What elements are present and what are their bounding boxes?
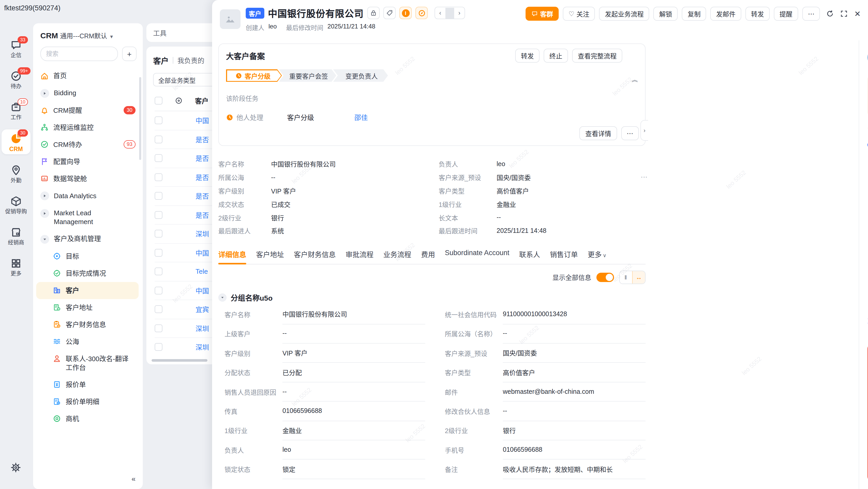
tab-more[interactable]: 更多∨: [588, 249, 607, 259]
sidebar-header[interactable]: CRM 通用---CRM默认 ▼: [33, 31, 143, 40]
flow-more-button[interactable]: ⋯: [621, 126, 639, 140]
group-field-value[interactable]: 已分配: [282, 363, 425, 383]
rail-item-qixin[interactable]: 企信 33: [2, 36, 31, 60]
group-field-value[interactable]: 国央/国资委: [503, 343, 646, 363]
group-field-value[interactable]: 中国银行股份有限公司: [282, 305, 425, 325]
sidebar-item-goal-status[interactable]: 目标完成情况: [36, 265, 138, 282]
tab-address[interactable]: 客户地址: [256, 249, 284, 259]
more-actions-button[interactable]: ⋯: [802, 7, 820, 21]
row-checkbox[interactable]: [155, 343, 162, 351]
sidebar-item-contacts[interactable]: 联系人-300改名-翻译工作台: [36, 350, 138, 376]
group-field-value[interactable]: leo: [282, 440, 425, 460]
flow-terminate-button[interactable]: 终止: [544, 49, 568, 63]
sidebar-item-customer-address[interactable]: 客户地址: [36, 299, 138, 316]
row-checkbox[interactable]: [155, 211, 162, 219]
rail-item-more[interactable]: 更多: [2, 254, 31, 278]
stage[interactable]: 重要客户会签: [279, 69, 336, 82]
sidebar-item-config-wizard[interactable]: 配置向导: [36, 153, 138, 170]
sidebar-item-crm-todo[interactable]: CRM待办93: [36, 136, 138, 153]
group-field-value[interactable]: 01066596688: [503, 440, 646, 460]
sidebar-item-customer-mgmt[interactable]: 客户及商机管理: [36, 230, 138, 248]
group-field-value[interactable]: VIP 客户: [282, 343, 425, 363]
prev-record-button[interactable]: ‹: [435, 9, 445, 17]
customer-link[interactable]: 是否: [195, 210, 209, 220]
settings-gear-icon[interactable]: [10, 462, 21, 473]
tab-sales-order[interactable]: 销售订单: [550, 249, 578, 259]
sidebar-item-quotation-detail[interactable]: 报价单明细: [36, 393, 138, 410]
group-field-value[interactable]: 锁定: [282, 459, 425, 479]
send-email-button[interactable]: 发邮件: [711, 7, 741, 21]
customer-link[interactable]: 深圳: [195, 229, 209, 239]
customer-link[interactable]: 中国: [195, 116, 209, 125]
group-field-value[interactable]: 银行: [503, 421, 646, 440]
row-checkbox[interactable]: [155, 249, 162, 257]
group-field-value[interactable]: --: [282, 324, 425, 344]
customer-link[interactable]: 是否: [195, 134, 209, 144]
tab-bpm[interactable]: 业务流程: [383, 249, 411, 259]
add-button[interactable]: +: [122, 47, 136, 61]
customer-link[interactable]: Tele: [195, 268, 208, 276]
next-record-button[interactable]: ›: [454, 9, 465, 17]
customer-link[interactable]: 是否: [195, 172, 209, 182]
remind-button[interactable]: 提醒: [774, 7, 798, 21]
tab-subordinate[interactable]: Subordinate Account: [445, 249, 509, 259]
group-field-value[interactable]: --: [503, 401, 646, 421]
select-all-checkbox[interactable]: [155, 97, 162, 104]
sidebar-item-opportunity[interactable]: 商机: [36, 410, 138, 427]
sidebar-item-home[interactable]: 首页: [36, 67, 138, 84]
sidebar-item-crm-remind[interactable]: CRM提醒30: [36, 102, 138, 119]
row-checkbox[interactable]: [155, 192, 162, 200]
forward-button[interactable]: 转发: [745, 7, 770, 21]
sidebar-item-bidding[interactable]: Bidding: [36, 84, 138, 102]
customer-link[interactable]: 深圳: [195, 342, 209, 352]
group-field-value[interactable]: 高价值客户: [503, 363, 646, 383]
tab-expense[interactable]: 费用: [421, 249, 435, 259]
expand-layout-button[interactable]: ↔: [632, 271, 645, 283]
sidebar-item-flow-monitor[interactable]: 流程运维监控: [36, 119, 138, 136]
view-detail-button[interactable]: 查看详情: [580, 126, 617, 140]
tab-detail-info[interactable]: 详细信息: [218, 249, 246, 259]
sidebar-item-public-pool[interactable]: 公海: [36, 333, 138, 350]
rail-item-promo[interactable]: 促销导购: [2, 192, 31, 216]
customer-group-button[interactable]: 客群: [526, 7, 559, 21]
tab-finance[interactable]: 客户财务信息: [294, 249, 336, 259]
tab-approval[interactable]: 审批流程: [345, 249, 373, 259]
row-checkbox[interactable]: [155, 117, 162, 124]
customer-link[interactable]: 宜宾: [195, 305, 209, 314]
list-scope[interactable]: 我负责的: [178, 55, 204, 65]
show-all-toggle[interactable]: [596, 273, 614, 282]
panel-drag-handle[interactable]: ⋮: [643, 174, 646, 181]
customer-link[interactable]: 中国: [195, 248, 209, 258]
sidebar-item-customer-finance[interactable]: 客户财务信息: [36, 316, 138, 333]
start-bpm-button[interactable]: 发起业务流程: [599, 7, 649, 21]
row-checkbox[interactable]: [155, 154, 162, 162]
sidebar-scrollbar[interactable]: [139, 77, 141, 160]
close-icon[interactable]: ✕: [854, 9, 861, 19]
sidebar-item-customer[interactable]: 客户: [36, 282, 138, 299]
unlock-button[interactable]: 解锁: [654, 7, 678, 21]
row-checkbox[interactable]: [155, 306, 162, 313]
row-checkbox[interactable]: [155, 173, 162, 181]
sidebar-item-quotation[interactable]: 报价单: [36, 376, 138, 393]
group-field-value[interactable]: 911000001000013428: [503, 305, 646, 325]
rail-item-work[interactable]: 工作 10: [2, 98, 31, 122]
rail-item-field[interactable]: 外勤: [2, 161, 31, 185]
row-checkbox[interactable]: [155, 268, 162, 276]
group-field-value[interactable]: --: [282, 382, 425, 402]
rail-item-dealer[interactable]: 经销商: [2, 223, 31, 247]
copy-button[interactable]: 复制: [682, 7, 706, 21]
group-field-value[interactable]: 01066596688: [282, 401, 425, 421]
rail-item-crm[interactable]: CRM 30: [2, 129, 31, 154]
group-field-value[interactable]: --: [503, 324, 646, 344]
customer-link[interactable]: 中国: [195, 286, 209, 296]
horizontal-scrollbar[interactable]: [152, 359, 208, 362]
customer-link[interactable]: 是否: [195, 191, 209, 201]
caret-down-icon[interactable]: [218, 294, 226, 302]
row-checkbox[interactable]: [155, 325, 162, 332]
tag-icon[interactable]: [383, 7, 396, 19]
sidebar-item-goal[interactable]: 目标: [36, 248, 138, 265]
row-checkbox[interactable]: [155, 287, 162, 295]
stage[interactable]: 变更负责人: [333, 69, 388, 82]
compass-icon[interactable]: [415, 7, 428, 19]
flow-forward-button[interactable]: 转发: [515, 49, 539, 63]
